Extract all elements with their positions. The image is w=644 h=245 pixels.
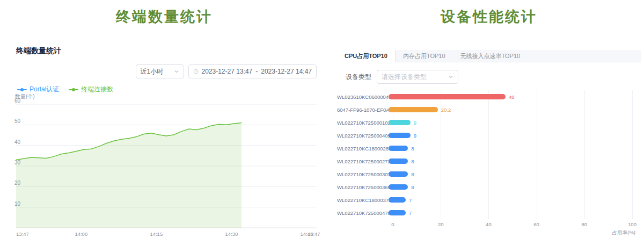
chevron-down-icon [174, 69, 179, 74]
device-name: WL022710K725000369 [337, 184, 389, 190]
y-axis-tick: 50 [14, 118, 20, 124]
device-type-label: 设备类型 [346, 73, 371, 82]
tab[interactable]: 内存占用TOP10 [396, 50, 453, 62]
x-axis-tick: 20 [438, 221, 444, 227]
date-start: 2023-12-27 13:47 [202, 68, 253, 75]
x-axis-tick: 100 [628, 221, 636, 227]
date-range-picker[interactable]: 2023-12-27 13:47 - 2023-12-27 14:47 [188, 64, 317, 78]
x-axis-tick: 14:00 [75, 231, 87, 237]
x-axis-label: 占用率(%) [337, 229, 635, 236]
bar-chart-x-axis: 020406080100 [393, 221, 632, 229]
x-axis-tick: 0 [391, 221, 394, 227]
bar-row: WL022710K7250004099 [337, 129, 641, 142]
bar-track: 8 [389, 146, 632, 152]
bar-row: 6047-FF96-1070-EF0A20.2 [337, 103, 641, 116]
bar[interactable] [389, 171, 408, 177]
bar-track: 20.2 [389, 107, 632, 113]
device-name: WL023610KC06000043 [337, 94, 389, 100]
legend-marker [17, 87, 27, 92]
bar-row: WL022710K7250001029 [337, 116, 641, 129]
bar-chart: WL023610KC06000043486047-FF96-1070-EF0A2… [337, 90, 641, 236]
date-separator: - [255, 68, 258, 75]
bar-chart-rows: WL023610KC06000043486047-FF96-1070-EF0A2… [337, 90, 641, 219]
bar[interactable] [389, 146, 408, 151]
bar-value: 8 [411, 171, 414, 177]
bar-track: 8 [389, 184, 632, 190]
device-name: WL022710K725000307 [337, 171, 389, 177]
tab[interactable]: 无线接入点速率TOP10 [453, 50, 528, 62]
line-chart-plot [16, 104, 317, 229]
bar[interactable] [389, 133, 411, 138]
bar-track: 9 [389, 133, 632, 139]
chart-controls: 近1小时 2023-12-27 13:47 - 2023-12-27 14:47 [136, 64, 317, 78]
x-axis-tick: 80 [582, 221, 588, 227]
device-type-placeholder: 请选择设备类型 [382, 73, 427, 82]
bar-row: WL023610KC0600004348 [337, 90, 641, 103]
bar-row: WL022710K7250003698 [337, 181, 641, 193]
date-end: 2023-12-27 14:47 [261, 68, 312, 75]
bar[interactable] [389, 120, 411, 125]
x-axis-tick: 14:15 [150, 231, 163, 237]
x-axis-tick: 60 [533, 221, 539, 227]
bar[interactable] [389, 210, 406, 215]
legend-label: 终端连接数 [81, 85, 113, 94]
left-heading: 终端数量统计 [0, 0, 328, 26]
tab[interactable]: CPU占用TOP10 [337, 50, 396, 62]
bar-track: 9 [389, 120, 632, 126]
device-name: WL022710KC18000372 [337, 197, 389, 203]
bar-row: WL022710KC180002808 [337, 142, 641, 155]
y-axis-tick: 30 [14, 160, 20, 165]
bar-row: WL022710K7250004707 [337, 206, 641, 219]
device-name: WL022710K725000102 [337, 120, 389, 126]
bar-value: 8 [411, 158, 414, 164]
device-name: 6047-FF96-1070-EF0A [337, 107, 389, 113]
x-axis-tick: 13:47 [16, 231, 29, 237]
bar-track: 7 [389, 210, 632, 216]
bar[interactable] [389, 94, 506, 99]
time-range-value: 近1小时 [141, 67, 164, 76]
bar-track: 7 [389, 197, 632, 203]
device-name: WL022710KC18000280 [337, 146, 389, 152]
x-axis-tick: 14:47 [308, 231, 320, 237]
y-axis-tick: 40 [14, 139, 20, 145]
chevron-down-icon [448, 74, 453, 80]
right-heading: 设备性能统计 [337, 0, 641, 26]
bar-track: 48 [389, 94, 632, 100]
tab-bar: CPU占用TOP10内存占用TOP10无线接入点速率TOP10 [337, 50, 641, 62]
bar-value: 7 [409, 197, 412, 203]
bar-value: 7 [409, 210, 412, 216]
y-axis-tick: 10 [14, 201, 20, 207]
bar-row: WL022710K7250003078 [337, 168, 641, 181]
device-name: WL022710K725000272 [337, 158, 389, 164]
device-type-row: 设备类型 请选择设备类型 [346, 70, 458, 84]
bar-value: 48 [509, 94, 515, 100]
device-type-select[interactable]: 请选择设备类型 [377, 70, 458, 84]
bar[interactable] [389, 184, 408, 190]
bar-value: 8 [411, 146, 414, 152]
line-chart: 10203040506013:4714:0014:1514:3014:4514:… [16, 104, 317, 243]
time-range-select[interactable]: 近1小时 [136, 64, 184, 78]
device-name: WL022710K725000409 [337, 133, 389, 139]
y-axis-tick: 60 [14, 98, 20, 104]
bar-row: WL022710KC180003727 [337, 193, 641, 206]
device-perf-section: 设备性能统计 CPU占用TOP10内存占用TOP10无线接入点速率TOP10 设… [337, 0, 641, 245]
legend-marker [69, 87, 78, 92]
device-name: WL022710K725000470 [337, 210, 389, 216]
bar[interactable] [389, 197, 406, 203]
bar-value: 9 [414, 120, 416, 126]
bar-value: 8 [411, 184, 414, 190]
bar-row: WL022710K7250002728 [337, 155, 641, 168]
bar-track: 8 [389, 171, 632, 177]
y-axis-tick: 20 [14, 180, 20, 186]
panel-title: 终端数量统计 [16, 46, 61, 56]
bar-value: 9 [414, 133, 416, 139]
legend-item[interactable]: 终端连接数 [69, 85, 113, 94]
bar[interactable] [389, 107, 438, 112]
x-axis-tick: 40 [486, 221, 492, 227]
bar-value: 20.2 [441, 107, 451, 113]
clock-icon [193, 69, 199, 74]
terminal-stats-section: 终端数量统计 终端数量统计 近1小时 2023-12-27 13:47 - 20… [0, 0, 328, 245]
bar[interactable] [389, 158, 408, 164]
x-axis-tick: 14:30 [225, 231, 238, 237]
bar-track: 8 [389, 158, 632, 164]
